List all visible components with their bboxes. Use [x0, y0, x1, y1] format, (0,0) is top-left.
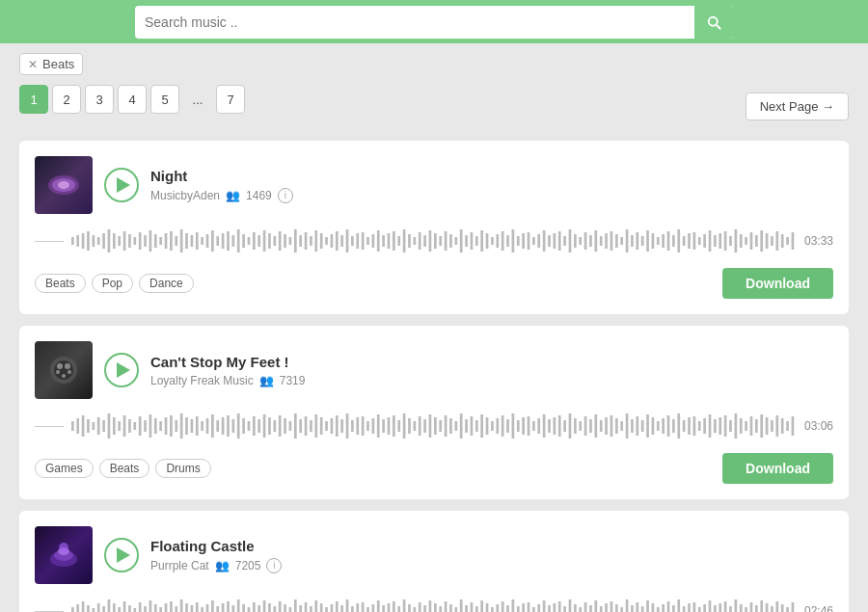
svg-rect-312: [165, 603, 168, 612]
next-page-button[interactable]: Next Page →: [746, 93, 849, 120]
svg-rect-251: [594, 414, 597, 438]
svg-point-145: [57, 363, 63, 369]
svg-rect-269: [688, 417, 691, 435]
waveform-row-cant-stop: 03:06: [35, 409, 833, 443]
waveform-night[interactable]: [71, 224, 797, 258]
svg-rect-284: [766, 417, 769, 435]
svg-rect-21: [165, 233, 168, 249]
info-icon-night[interactable]: i: [278, 188, 293, 203]
svg-rect-270: [693, 416, 696, 436]
svg-rect-52: [325, 237, 328, 245]
tag-beats-cant-stop[interactable]: Beats: [99, 459, 150, 478]
svg-rect-422: [735, 599, 738, 612]
track-thumbnail-night: [35, 156, 93, 214]
play-button-night[interactable]: [104, 168, 139, 202]
svg-rect-201: [336, 415, 339, 437]
svg-rect-298: [92, 608, 95, 612]
svg-rect-285: [771, 420, 773, 432]
play-button-cant-stop[interactable]: [104, 353, 139, 387]
svg-rect-133: [745, 237, 747, 245]
svg-rect-116: [657, 237, 660, 245]
info-icon-floating-castle[interactable]: i: [266, 558, 282, 573]
svg-rect-192: [289, 421, 292, 431]
page-btn-3[interactable]: 3: [85, 85, 114, 114]
svg-rect-177: [211, 414, 214, 438]
svg-rect-241: [543, 414, 546, 438]
svg-rect-354: [382, 605, 385, 612]
svg-rect-344: [331, 604, 334, 612]
svg-rect-393: [584, 602, 587, 612]
svg-rect-301: [108, 599, 111, 612]
svg-rect-127: [714, 235, 717, 247]
tag-beats-night[interactable]: Beats: [35, 274, 86, 293]
search-input[interactable]: [145, 14, 694, 30]
svg-rect-51: [320, 233, 323, 249]
svg-rect-76: [449, 234, 452, 248]
waveform-cant-stop[interactable]: [71, 409, 797, 443]
svg-rect-46: [294, 229, 297, 253]
svg-rect-384: [537, 604, 540, 612]
waveform-floating-castle[interactable]: [71, 594, 797, 612]
track-author-night: MusicbyAden: [150, 189, 220, 202]
svg-rect-159: [118, 421, 121, 431]
svg-rect-238: [528, 416, 530, 436]
svg-rect-343: [325, 607, 328, 612]
svg-rect-254: [610, 415, 613, 437]
svg-rect-432: [786, 607, 789, 612]
tag-games-cant-stop[interactable]: Games: [35, 459, 94, 478]
svg-rect-287: [781, 418, 784, 434]
svg-rect-417: [709, 600, 712, 612]
page-btn-2[interactable]: 2: [52, 85, 81, 114]
page-btn-5[interactable]: 5: [150, 85, 179, 114]
svg-rect-111: [631, 235, 634, 247]
download-button-night[interactable]: Download: [722, 268, 833, 299]
svg-rect-48: [305, 232, 308, 250]
svg-rect-356: [393, 601, 395, 612]
svg-rect-22: [170, 231, 173, 251]
svg-rect-135: [755, 235, 758, 247]
svg-rect-125: [703, 234, 706, 248]
search-button[interactable]: [694, 6, 733, 39]
svg-rect-150: [71, 421, 74, 431]
svg-rect-110: [626, 229, 629, 253]
svg-rect-349: [356, 603, 359, 612]
tag-drums-cant-stop[interactable]: Drums: [155, 459, 210, 478]
svg-rect-207: [366, 421, 369, 431]
svg-rect-222: [445, 415, 448, 437]
svg-rect-194: [299, 419, 302, 433]
svg-rect-154: [92, 422, 95, 430]
tag-pop-night[interactable]: Pop: [92, 274, 133, 293]
svg-rect-416: [703, 604, 706, 612]
svg-rect-324: [227, 601, 230, 612]
waveform-row-floating-castle: 02:46: [35, 594, 833, 612]
svg-rect-50: [314, 230, 317, 252]
svg-rect-176: [206, 418, 209, 434]
svg-rect-341: [314, 600, 317, 612]
svg-rect-389: [563, 606, 566, 612]
svg-rect-328: [248, 607, 251, 612]
play-button-floating-castle[interactable]: [104, 538, 139, 572]
download-button-cant-stop[interactable]: Download: [722, 453, 833, 484]
svg-rect-198: [320, 417, 323, 435]
page-btn-1[interactable]: 1: [19, 85, 48, 114]
svg-rect-296: [82, 601, 85, 612]
svg-rect-15: [133, 237, 136, 245]
svg-rect-225: [460, 413, 463, 439]
svg-rect-377: [502, 601, 504, 612]
filter-tag-beats[interactable]: ✕ Beats: [19, 53, 83, 75]
svg-rect-186: [258, 419, 260, 433]
svg-rect-347: [346, 599, 349, 612]
track-author-floating-castle: Purrple Cat: [150, 559, 209, 572]
page-btn-7[interactable]: 7: [216, 85, 245, 114]
svg-rect-213: [397, 420, 400, 432]
svg-rect-308: [144, 606, 147, 612]
svg-rect-322: [216, 606, 219, 612]
svg-rect-317: [191, 605, 194, 612]
tag-dance-night[interactable]: Dance: [139, 274, 194, 293]
page-btn-4[interactable]: 4: [118, 85, 147, 114]
svg-rect-94: [543, 230, 546, 252]
svg-rect-400: [620, 607, 623, 612]
svg-rect-273: [709, 414, 712, 438]
svg-rect-117: [662, 234, 665, 248]
svg-rect-363: [429, 600, 432, 612]
